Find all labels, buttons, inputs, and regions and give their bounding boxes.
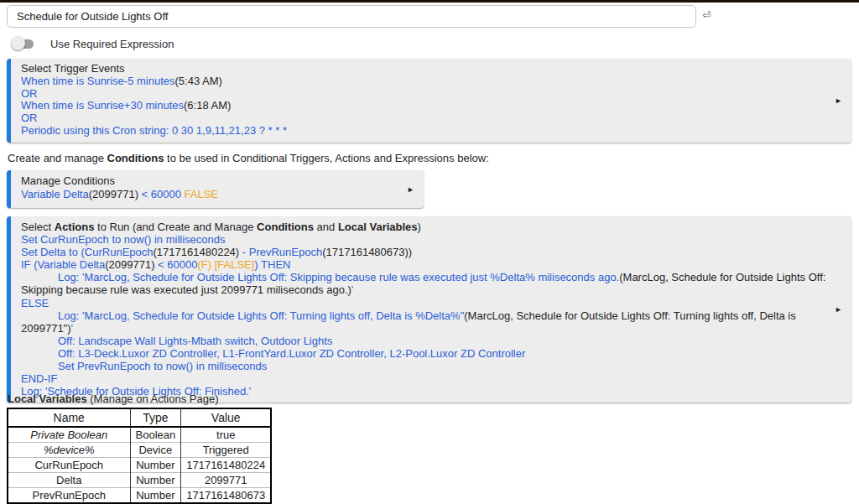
text-segment: When time is Sunrise+30 minutes xyxy=(21,99,184,112)
local-variables-table: Name Type Value Private Boolean Boolean … xyxy=(7,408,272,504)
text-segment: OR xyxy=(21,112,38,124)
rule-line: END-IF xyxy=(21,372,826,385)
local-variables-heading-note: (Manage on Actions Page) xyxy=(87,392,219,405)
text-segment: IF (Variable Delta xyxy=(21,258,105,271)
text-segment: Off: L3-Deck.Luxor ZD Controller, L1-Fro… xyxy=(58,347,525,360)
column-header-name: Name xyxy=(8,408,130,427)
required-expression-toggle[interactable] xyxy=(11,36,34,51)
rule-line: Off: L3-Deck.Luxor ZD Controller, L1-Fro… xyxy=(21,347,826,360)
variable-type: Number xyxy=(130,458,181,473)
text-segment: FALSE xyxy=(181,188,218,200)
variable-name: Delta xyxy=(8,473,130,488)
rule-machine-page: { "colors":{ "link_blue":"#2c5ed6", "res… xyxy=(0,0,859,504)
text-segment: OR xyxy=(21,87,38,100)
table-row: CurRunEpoch Number 1717161480224 xyxy=(8,458,271,473)
table-row: Private Boolean Boolean true xyxy=(8,427,271,443)
rule-line: Variable Delta(2099771) < 60000 FALSE xyxy=(21,188,398,201)
rule-line: Log: 'MarcLog, Schedule for Outside Ligh… xyxy=(21,271,826,296)
text-segment: Log: 'MarcLog, Schedule for Outside Ligh… xyxy=(58,309,464,322)
text-segment: (1717161480224) xyxy=(154,246,240,258)
variable-name: %device% xyxy=(8,443,130,458)
variable-value: Triggered xyxy=(181,443,272,458)
text-segment: ) xyxy=(418,221,421,233)
text-segment: Set Delta to (CurRunEpoch xyxy=(21,246,154,258)
variable-value: 1717161480673 xyxy=(181,488,272,504)
text-segment: < 60000 xyxy=(138,188,181,200)
text-segment: END-IF xyxy=(21,372,57,385)
text-segment: When time is Sunrise-5 minutes xyxy=(21,75,175,87)
text-segment: Conditions xyxy=(107,152,164,164)
text-segment: Create and manage xyxy=(8,152,107,164)
required-expression-label: Use Required Expression xyxy=(50,38,174,50)
variable-value: true xyxy=(181,427,272,443)
variable-name: PrevRunEpoch xyxy=(8,488,130,504)
variable-type: Number xyxy=(130,488,181,504)
text-segment: ' xyxy=(351,283,353,296)
text-segment: ) THEN xyxy=(254,258,290,271)
table-header-row: Name Type Value xyxy=(8,408,271,427)
rule-line: When time is Sunrise-5 minutes(5:43 AM) xyxy=(21,75,826,88)
actions-box[interactable]: ► Select Actions to Run (and Create and … xyxy=(7,216,851,403)
text-segment: to Run (and Create and Manage xyxy=(94,221,257,233)
rule-line: Set Delta to (CurRunEpoch(1717161480224)… xyxy=(21,246,826,258)
text-segment: Log: 'MarcLog, Schedule for Outside Ligh… xyxy=(58,271,619,283)
rule-line: Set CurRunEpoch to now() in milliseconds xyxy=(21,233,826,246)
table-row: Delta Number 2099771 xyxy=(8,473,271,488)
text-segment: Select Trigger Events xyxy=(21,62,125,75)
rule-line: Periodic using this Cron string: 0 30 1,… xyxy=(21,125,826,138)
rule-line: Off: Landscape Wall Lights-Mbath switch,… xyxy=(21,335,826,347)
rule-name-input[interactable] xyxy=(7,5,696,28)
rule-line: Manage Conditions xyxy=(21,174,398,188)
text-segment: Actions xyxy=(55,221,95,233)
rule-line: OR xyxy=(21,88,826,101)
text-segment: Manage Conditions xyxy=(21,174,115,187)
expand-arrow-icon[interactable]: ► xyxy=(407,185,414,193)
rule-line: Select Trigger Events xyxy=(21,63,826,75)
expand-arrow-icon[interactable]: ► xyxy=(835,96,842,104)
text-segment: Periodic using this Cron string: 0 30 1,… xyxy=(21,124,287,137)
text-segment: Off: Landscape Wall Lights-Mbath switch,… xyxy=(58,335,332,347)
text-segment: (F) [FALSE] xyxy=(197,258,254,271)
local-variables-heading-bold: Local Variables xyxy=(8,392,87,405)
top-border-bar xyxy=(0,0,859,3)
expand-arrow-icon[interactable]: ► xyxy=(835,306,842,314)
text-segment: (2099771) xyxy=(89,188,138,200)
variable-type: Device xyxy=(130,443,181,458)
text-segment: to be used in Conditional Triggers, Acti… xyxy=(164,152,488,164)
column-header-type: Type xyxy=(130,408,181,427)
required-expression-row: Use Required Expression xyxy=(11,36,174,51)
variable-value: 2099771 xyxy=(181,473,272,488)
enter-key-hint-icon: ⏎ xyxy=(702,9,711,21)
rule-line: Set PrevRunEpoch to now() in millisecond… xyxy=(21,360,826,372)
text-segment: Select xyxy=(21,221,55,233)
manage-conditions-box[interactable]: ► Manage ConditionsVariable Delta(209977… xyxy=(7,170,424,208)
rule-line: OR xyxy=(21,112,826,125)
toggle-thumb xyxy=(11,36,25,50)
variable-value: 1717161480224 xyxy=(181,458,272,473)
rule-line: IF (Variable Delta(2099771) < 60000(F) [… xyxy=(21,258,826,271)
column-header-value: Value xyxy=(181,408,272,427)
text-segment: (2099771) xyxy=(105,258,154,271)
variable-name: CurRunEpoch xyxy=(8,458,130,473)
table-row: %device% Device Triggered xyxy=(8,443,271,458)
text-segment: and xyxy=(314,221,338,233)
text-segment: (6:18 AM) xyxy=(184,99,231,112)
local-variables-heading: Local Variables (Manage on Actions Page) xyxy=(8,392,219,405)
variable-type: Boolean xyxy=(130,427,181,443)
variable-type: Number xyxy=(130,473,181,488)
text-segment: - PrevRunEpoch xyxy=(239,246,322,258)
conditions-intro-text: Create and manage Conditions to be used … xyxy=(8,152,489,164)
rule-line: Select Actions to Run (and Create and Ma… xyxy=(21,221,826,233)
text-segment: Variable Delta xyxy=(21,188,89,200)
text-segment: (5:43 AM) xyxy=(175,75,222,87)
trigger-events-box[interactable]: ► Select Trigger EventsWhen time is Sunr… xyxy=(7,59,851,143)
rule-line: Log: 'MarcLog, Schedule for Outside Ligh… xyxy=(21,309,826,335)
text-segment: ' xyxy=(71,322,73,335)
rule-line: When time is Sunrise+30 minutes(6:18 AM) xyxy=(21,100,826,112)
table-row: PrevRunEpoch Number 1717161480673 xyxy=(8,488,271,504)
text-segment: Set CurRunEpoch to now() in milliseconds xyxy=(21,233,226,246)
text-segment: Set PrevRunEpoch to now() in millisecond… xyxy=(58,360,267,372)
text-segment: < 60000 xyxy=(154,258,197,271)
text-segment: Local Variables xyxy=(338,221,418,233)
rule-line: ELSE xyxy=(21,297,826,309)
